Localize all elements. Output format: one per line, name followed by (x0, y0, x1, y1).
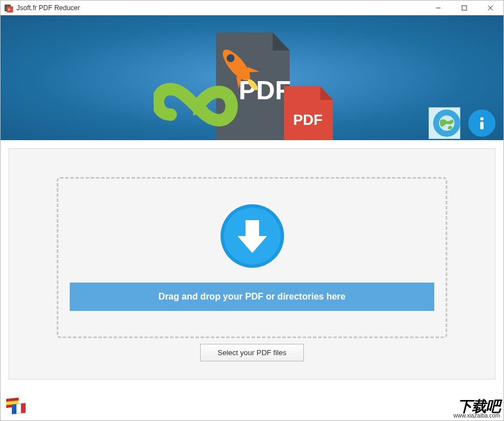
svg-point-14 (480, 117, 484, 120)
banner-logo: PDF PDF (154, 27, 341, 140)
window-controls (425, 1, 503, 15)
footer (5, 398, 28, 417)
info-button[interactable] (468, 110, 495, 137)
select-button-wrap: Select your PDF files (57, 344, 447, 361)
language-button[interactable] (5, 398, 28, 417)
svg-rect-15 (480, 121, 484, 129)
info-icon (472, 113, 492, 133)
app-icon: P (4, 3, 13, 12)
watermark-main: 下载吧 (454, 400, 500, 413)
svg-rect-4 (462, 6, 467, 10)
minimize-button[interactable] (425, 1, 451, 15)
svg-text:P: P (8, 8, 10, 11)
window-title: Jsoft.fr PDF Reducer (16, 4, 80, 12)
dropzone-instruction: Drag and drop your PDF or directories he… (70, 283, 434, 311)
globe-icon (437, 113, 456, 133)
titlebar: P Jsoft.fr PDF Reducer (1, 1, 503, 15)
flags-icon (5, 398, 28, 417)
svg-rect-21 (12, 404, 16, 414)
dropzone[interactable]: Drag and drop your PDF or directories he… (57, 177, 447, 338)
banner-icons (433, 110, 495, 137)
download-arrow-icon (221, 204, 284, 268)
watermark-sub: www.xiazaiba.com (454, 413, 500, 418)
watermark: 下载吧 www.xiazaiba.com (454, 400, 500, 418)
titlebar-left: P Jsoft.fr PDF Reducer (4, 3, 80, 12)
select-pdf-button[interactable]: Select your PDF files (200, 344, 304, 361)
website-button[interactable] (433, 110, 460, 137)
banner: PDF PDF (1, 15, 503, 140)
svg-rect-22 (21, 403, 26, 413)
main-panel: Drag and drop your PDF or directories he… (9, 148, 495, 380)
pdf-front-text: PDF (293, 111, 323, 128)
close-button[interactable] (477, 1, 503, 15)
workarea: Drag and drop your PDF or directories he… (1, 140, 503, 384)
maximize-button[interactable] (451, 1, 477, 15)
